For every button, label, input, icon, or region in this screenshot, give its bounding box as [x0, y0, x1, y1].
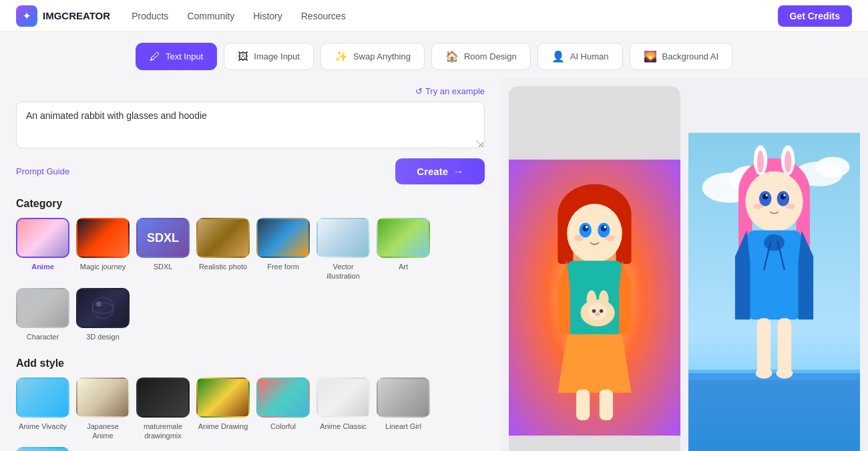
svg-point-11 [582, 225, 588, 231]
style-item-colorful[interactable]: Colorful [256, 378, 310, 441]
swap-anything-icon: ✨ [335, 50, 348, 63]
tab-image-input[interactable]: 🖼 Image Input [224, 43, 314, 70]
nav-resources[interactable]: Resources [301, 11, 346, 21]
main-nav: Products Community History Resources [132, 11, 777, 21]
category-title: Category [16, 198, 485, 210]
svg-point-22 [592, 309, 596, 313]
style-item-lineart-girl[interactable]: Lineart Girl [377, 378, 430, 441]
prompt-guide-link[interactable]: Prompt Guide [16, 166, 69, 176]
background-ai-icon: 🌄 [644, 50, 657, 63]
nav-community[interactable]: Community [187, 11, 234, 21]
style-item-anime-vivacity[interactable]: Anime Vivacity [16, 378, 69, 441]
tab-text-input[interactable]: 🖊 Text Input [136, 43, 217, 70]
ai-human-icon: 👤 [552, 50, 565, 63]
category-item-realistic-photo[interactable]: Realistic photo [196, 218, 250, 281]
resize-handle-icon: ⤡ [475, 138, 482, 148]
category-grid: Anime Magic journey SDXL SDXL Realistic … [16, 218, 485, 341]
category-label-character: Character [27, 332, 59, 341]
style-item-kawalimix[interactable]: Kawalimix Girl [16, 447, 69, 451]
style-thumb-kawalimix [16, 447, 69, 451]
left-panel: ↺ Try an example ⤡ Prompt Guide Create →… [0, 78, 501, 451]
svg-point-15 [574, 235, 584, 241]
category-label-realistic: Realistic photo [199, 262, 247, 271]
style-item-anime-drawing[interactable]: Anime Drawing [196, 378, 250, 441]
tab-ai-human-label: AI Human [570, 51, 609, 61]
svg-point-21 [588, 303, 607, 321]
svg-rect-54 [757, 318, 771, 373]
3d-sphere-icon [89, 295, 116, 321]
nav-products[interactable]: Products [132, 11, 168, 21]
category-thumb-magic [76, 218, 130, 258]
style-item-anime-classic[interactable]: Anime Classic [316, 378, 370, 441]
svg-point-57 [777, 367, 793, 378]
category-item-art[interactable]: Art [377, 218, 430, 281]
svg-point-23 [600, 309, 604, 313]
create-button[interactable]: Create → [395, 158, 485, 184]
svg-point-33 [815, 157, 849, 178]
tool-tabs: 🖊 Text Input 🖼 Image Input ✨ Swap Anythi… [0, 32, 868, 78]
create-button-label: Create [417, 166, 448, 177]
svg-rect-55 [778, 318, 792, 373]
svg-point-13 [586, 226, 588, 229]
svg-rect-28 [688, 373, 860, 451]
tab-room-design[interactable]: 🏠 Room Design [431, 43, 531, 70]
gallery-image-2[interactable] [688, 86, 860, 451]
try-example-link[interactable]: ↺ Try an example [16, 86, 485, 96]
style-thumb-japanese [76, 378, 130, 418]
header: ✦ IMGCREATOR Products Community History … [0, 0, 868, 32]
category-label-anime: Anime [31, 262, 54, 271]
logo[interactable]: ✦ IMGCREATOR [16, 5, 110, 27]
tab-background-ai-label: Background AI [662, 51, 719, 61]
nav-history[interactable]: History [253, 11, 282, 21]
tab-swap-anything-label: Swap Anything [353, 51, 411, 61]
prompt-textarea[interactable] [16, 102, 485, 148]
svg-point-16 [605, 235, 615, 241]
style-item-mature[interactable]: maturemale drawingmix [136, 378, 190, 441]
text-input-icon: 🖊 [150, 51, 160, 63]
svg-point-41 [745, 171, 803, 231]
style-label-anime-drawing: Anime Drawing [198, 422, 248, 431]
style-item-japanese-anime[interactable]: Japanese Anime [76, 378, 130, 441]
style-thumb-anime-classic [316, 378, 370, 418]
gallery-image-1[interactable] [509, 86, 680, 451]
gallery-col-2 [688, 86, 860, 451]
add-style-title: Add style [16, 357, 485, 369]
category-item-anime[interactable]: Anime [16, 218, 69, 281]
category-thumb-sdxl: SDXL [136, 218, 190, 258]
svg-point-47 [783, 194, 785, 196]
style-label-japanese: Japanese Anime [76, 422, 130, 441]
svg-point-39 [757, 150, 764, 172]
svg-point-14 [604, 226, 606, 229]
svg-point-1 [92, 303, 114, 313]
style-thumb-anime-drawing [196, 378, 250, 418]
style-thumb-lineart [377, 378, 430, 418]
gallery-svg-1 [509, 86, 680, 451]
category-item-vector[interactable]: Vector illustration [316, 218, 370, 281]
tab-background-ai[interactable]: 🌄 Background AI [630, 43, 733, 70]
category-label-sdxl: SDXL [154, 262, 173, 271]
category-item-character[interactable]: Character [16, 288, 69, 341]
get-credits-button[interactable]: Get Credits [778, 5, 852, 27]
category-label-art: Art [399, 262, 408, 271]
category-item-free-form[interactable]: Free form [256, 218, 310, 281]
category-label-3d: 3D design [86, 332, 120, 341]
category-item-sdxl[interactable]: SDXL SDXL [136, 218, 190, 281]
prompt-container: ⤡ [16, 102, 485, 150]
gallery-col-1: 🖼 prep 1 [509, 86, 680, 451]
style-label-lineart: Lineart Girl [385, 422, 421, 431]
tab-ai-human[interactable]: 👤 AI Human [537, 43, 623, 70]
style-thumb-colorful [256, 378, 310, 418]
svg-point-51 [764, 235, 785, 251]
category-item-magic-journey[interactable]: Magic journey [76, 218, 130, 281]
style-label-colorful: Colorful [270, 422, 296, 431]
category-thumb-3d [76, 288, 130, 328]
category-label-vector: Vector illustration [316, 262, 370, 281]
svg-point-56 [756, 367, 773, 378]
svg-rect-25 [576, 390, 590, 420]
gallery-svg-2 [688, 86, 860, 451]
category-item-3d-design[interactable]: 3D design [76, 288, 130, 341]
logo-icon: ✦ [16, 5, 37, 27]
tab-swap-anything[interactable]: ✨ Swap Anything [320, 43, 425, 70]
svg-point-49 [785, 204, 795, 209]
image-input-icon: 🖼 [238, 51, 248, 63]
